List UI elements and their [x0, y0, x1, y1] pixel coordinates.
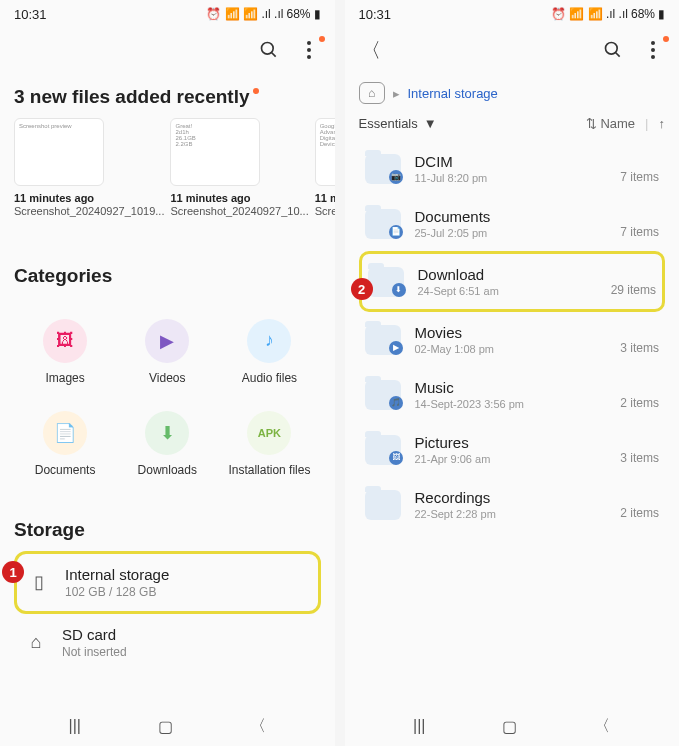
svg-point-8: [651, 48, 655, 52]
recent-card[interactable]: Great!2d1h26.1GB2.2GB 11 minutes ago Scr…: [170, 118, 308, 233]
svg-point-2: [307, 41, 311, 45]
callout-2: 2: [351, 278, 373, 300]
storage-sdcard[interactable]: ⌂ SD card Not inserted: [14, 614, 321, 671]
recent-card[interactable]: Screenshot preview 11 minutes ago Screen…: [14, 118, 164, 233]
svg-point-3: [307, 48, 311, 52]
sort-button[interactable]: ⇅ Name: [586, 116, 635, 131]
folder-pictures[interactable]: 🖼 Pictures21-Apr 9:06 am 3 items: [359, 422, 666, 477]
category-videos[interactable]: ▶Videos: [116, 309, 218, 395]
nav-bar: ||| ▢ 〈: [0, 706, 335, 746]
category-audio[interactable]: ♪Audio files: [218, 309, 320, 395]
folder-download[interactable]: ⬇ Download24-Sept 6:51 am 29 items: [359, 251, 666, 312]
filter-row: Essentials ▼ ⇅ Name | ↑: [345, 108, 680, 141]
more-icon[interactable]: [641, 38, 665, 62]
home-icon[interactable]: ⌂: [359, 82, 385, 104]
svg-line-6: [616, 53, 620, 57]
status-time: 10:31: [359, 7, 392, 22]
folder-icon: 🎵: [365, 380, 401, 410]
sort-direction[interactable]: ↑: [659, 116, 666, 131]
svg-point-5: [606, 43, 618, 55]
folder-icon: [365, 490, 401, 520]
storage-internal[interactable]: ▯ Internal storage 102 GB / 128 GB: [14, 551, 321, 614]
callout-1: 1: [2, 561, 24, 583]
folder-movies[interactable]: ▶ Movies02-May 1:08 pm 3 items: [359, 312, 666, 367]
nav-back[interactable]: 〈: [594, 716, 610, 737]
category-apk[interactable]: APKInstallation files: [218, 401, 320, 487]
search-icon[interactable]: [601, 38, 625, 62]
left-screen: 10:31 ⏰ 📶 📶 .ıl .ıl 68% ▮ 3 new files ad…: [0, 0, 335, 746]
topbar: 〈: [345, 28, 680, 72]
status-bar: 10:31 ⏰ 📶 📶 .ıl .ıl 68% ▮: [0, 0, 335, 28]
folder-icon: 📷: [365, 154, 401, 184]
svg-line-1: [271, 53, 275, 57]
phone-icon: ▯: [27, 571, 51, 593]
recent-files-title: 3 new files added recently: [14, 86, 249, 108]
folder-documents[interactable]: 📄 Documents25-Jul 2:05 pm 7 items: [359, 196, 666, 251]
recent-files-row[interactable]: Screenshot preview 11 minutes ago Screen…: [14, 118, 321, 233]
nav-bar: ||| ▢ 〈: [345, 706, 680, 746]
folder-icon: 📄: [365, 209, 401, 239]
nav-home[interactable]: ▢: [158, 717, 173, 736]
nav-home[interactable]: ▢: [502, 717, 517, 736]
nav-back[interactable]: 〈: [250, 716, 266, 737]
recent-card[interactable]: GoogleAdvanced featuresDigital Wellbeing…: [315, 118, 335, 233]
category-images[interactable]: 🖼Images: [14, 309, 116, 395]
search-icon[interactable]: [257, 38, 281, 62]
status-time: 10:31: [14, 7, 47, 22]
chevron-down-icon: ▼: [424, 116, 437, 131]
svg-point-0: [261, 43, 273, 55]
categories-grid: 🖼Images ▶Videos ♪Audio files 📄Documents …: [14, 309, 321, 487]
svg-point-7: [651, 41, 655, 45]
folder-icon: 🖼: [365, 435, 401, 465]
topbar: [0, 28, 335, 72]
status-icons: ⏰ 📶 📶 .ıl .ıl 68% ▮: [206, 7, 320, 21]
folder-list: 📷 DCIM11-Jul 8:20 pm 7 items 📄 Documents…: [345, 141, 680, 532]
nav-recents[interactable]: |||: [69, 717, 81, 735]
folder-recordings[interactable]: Recordings22-Sept 2:28 pm 2 items: [359, 477, 666, 532]
breadcrumb[interactable]: ⌂ ▸ Internal storage: [345, 72, 680, 108]
nav-recents[interactable]: |||: [413, 717, 425, 735]
back-icon[interactable]: 〈: [359, 38, 383, 62]
right-screen: 10:31 ⏰ 📶 📶 .ıl .ıl 68% ▮ 〈 ⌂ ▸ Internal…: [345, 0, 680, 746]
more-icon[interactable]: [297, 38, 321, 62]
category-downloads[interactable]: ⬇Downloads: [116, 401, 218, 487]
folder-icon: ⬇: [368, 267, 404, 297]
filter-dropdown[interactable]: Essentials ▼: [359, 116, 437, 131]
svg-point-9: [651, 55, 655, 59]
sdcard-icon: ⌂: [24, 632, 48, 653]
categories-title: Categories: [14, 265, 112, 287]
folder-dcim[interactable]: 📷 DCIM11-Jul 8:20 pm 7 items: [359, 141, 666, 196]
folder-music[interactable]: 🎵 Music14-Sept-2023 3:56 pm 2 items: [359, 367, 666, 422]
status-icons: ⏰ 📶 📶 .ıl .ıl 68% ▮: [551, 7, 665, 21]
breadcrumb-current[interactable]: Internal storage: [408, 86, 498, 101]
status-bar: 10:31 ⏰ 📶 📶 .ıl .ıl 68% ▮: [345, 0, 680, 28]
storage-title: Storage: [14, 519, 85, 541]
svg-point-4: [307, 55, 311, 59]
chevron-right-icon: ▸: [393, 86, 400, 101]
folder-icon: ▶: [365, 325, 401, 355]
category-documents[interactable]: 📄Documents: [14, 401, 116, 487]
